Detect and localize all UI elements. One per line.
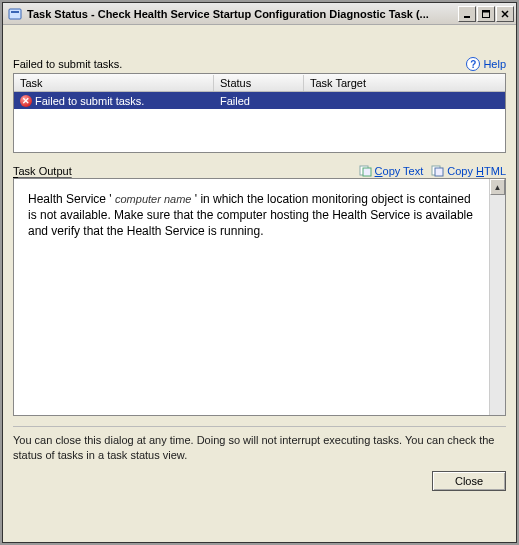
column-header-status[interactable]: Status <box>214 75 304 91</box>
divider <box>13 426 506 427</box>
error-icon: ✕ <box>20 95 32 107</box>
close-button[interactable]: Close <box>432 471 506 491</box>
output-scrollbar[interactable]: ▲ <box>489 179 505 415</box>
status-message: Failed to submit tasks. <box>13 58 122 70</box>
svg-rect-2 <box>464 16 470 18</box>
copy-text-icon <box>359 165 373 177</box>
help-link[interactable]: ? Help <box>466 57 506 71</box>
button-row: Close <box>13 471 506 491</box>
copy-html-link[interactable]: Copy HTML <box>431 165 506 177</box>
help-label: Help <box>483 58 506 70</box>
cell-status: Failed <box>214 94 304 108</box>
grid-header: Task Status Task Target <box>14 74 505 92</box>
app-icon <box>7 6 23 22</box>
copy-html-label: Copy HTML <box>447 165 506 177</box>
cell-task: ✕ Failed to submit tasks. <box>14 94 214 108</box>
client-area: Failed to submit tasks. ? Help Task Stat… <box>3 25 516 542</box>
task-output-panel: Health Service ' computer name ' in whic… <box>13 178 506 416</box>
copy-links: Copy Text Copy HTML <box>359 165 506 177</box>
task-output-label: Task Output <box>13 165 72 177</box>
help-icon: ? <box>466 57 480 71</box>
grid-body: ✕ Failed to submit tasks. Failed <box>14 92 505 152</box>
cell-task-text: Failed to submit tasks. <box>35 95 144 107</box>
column-header-task[interactable]: Task <box>14 75 214 91</box>
output-header: Task Output Copy Text Copy HTML <box>13 165 506 178</box>
dialog-window: Task Status - Check Health Service Start… <box>2 2 517 543</box>
task-output-text[interactable]: Health Service ' computer name ' in whic… <box>14 179 489 415</box>
scroll-up-icon[interactable]: ▲ <box>490 179 505 195</box>
minimize-button[interactable] <box>458 6 476 22</box>
svg-rect-8 <box>363 168 371 176</box>
close-window-button[interactable] <box>496 6 514 22</box>
column-header-target[interactable]: Task Target <box>304 75 505 91</box>
output-placeholder: computer name <box>115 193 191 205</box>
table-row[interactable]: ✕ Failed to submit tasks. Failed <box>14 92 505 109</box>
svg-rect-10 <box>435 168 443 176</box>
svg-rect-4 <box>483 10 490 12</box>
output-prefix: Health Service ' <box>28 192 115 206</box>
svg-rect-1 <box>11 11 19 13</box>
maximize-button[interactable] <box>477 6 495 22</box>
titlebar: Task Status - Check Health Service Start… <box>3 3 516 25</box>
task-grid: Task Status Task Target ✕ Failed to subm… <box>13 73 506 153</box>
footer-notice: You can close this dialog at any time. D… <box>13 433 506 463</box>
window-controls <box>457 6 514 22</box>
cell-target <box>304 100 505 102</box>
copy-text-link[interactable]: Copy Text <box>359 165 424 177</box>
copy-text-label: Copy Text <box>375 165 424 177</box>
copy-html-icon <box>431 165 445 177</box>
svg-rect-0 <box>9 9 21 19</box>
window-title: Task Status - Check Health Service Start… <box>27 8 457 20</box>
top-row: Failed to submit tasks. ? Help <box>13 57 506 71</box>
